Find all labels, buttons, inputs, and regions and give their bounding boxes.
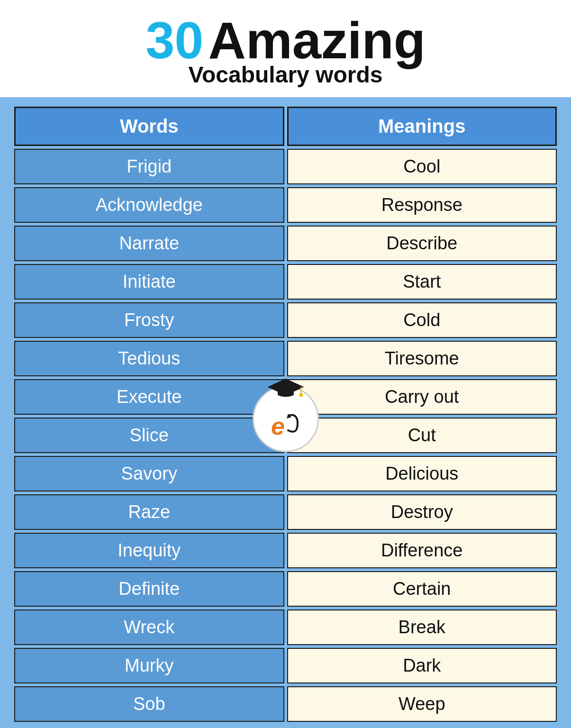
- word-cell: Slice: [14, 418, 284, 453]
- meaning-cell: Cold: [287, 302, 557, 338]
- word-cell: Initiate: [14, 264, 284, 300]
- meaning-cell: Cool: [287, 149, 557, 184]
- words-header: Words: [14, 107, 284, 146]
- word-cell: Acknowledge: [14, 187, 284, 223]
- logo-inner: e: [254, 387, 317, 451]
- amazing-label: Amazing: [208, 14, 425, 66]
- meaning-cell: Delicious: [287, 456, 557, 491]
- word-cell: Tedious: [14, 341, 284, 376]
- word-cell: Savory: [14, 456, 284, 491]
- word-cell: Wreck: [14, 610, 284, 645]
- graduation-cap-icon: [267, 377, 305, 402]
- meaning-cell: Describe: [287, 226, 557, 261]
- word-cell: Raze: [14, 494, 284, 530]
- number-30: 30: [145, 14, 203, 66]
- word-cell: Narrate: [14, 226, 284, 261]
- word-cell: Sob: [14, 686, 284, 722]
- page-header: 30 Amazing Vocabulary words: [0, 0, 571, 97]
- word-cell: Inequity: [14, 533, 284, 568]
- word-cell: Execute: [14, 379, 284, 415]
- svg-point-3: [299, 393, 303, 397]
- meaning-cell: Certain: [287, 571, 557, 607]
- logo-overlay: e: [253, 386, 319, 452]
- meaning-cell: Carry out: [287, 379, 557, 415]
- meaning-cell: Difference: [287, 533, 557, 568]
- word-cell: Frosty: [14, 302, 284, 338]
- word-cell: Definite: [14, 571, 284, 607]
- meaning-cell: Break: [287, 610, 557, 645]
- meaning-cell: Response: [287, 187, 557, 223]
- logo-letter: e: [271, 414, 285, 438]
- main-content: Words Meanings FrigidCoolAcknowledgeResp…: [0, 97, 571, 728]
- word-cell: Frigid: [14, 149, 284, 184]
- meaning-cell: Tiresome: [287, 341, 557, 376]
- logo-arrow-icon: [286, 411, 300, 435]
- meaning-cell: Dark: [287, 648, 557, 683]
- meanings-header: Meanings: [287, 107, 557, 146]
- word-cell: Murky: [14, 648, 284, 683]
- meaning-cell: Start: [287, 264, 557, 300]
- title-row: 30 Amazing: [145, 14, 426, 66]
- subtitle: Vocabulary words: [189, 62, 383, 88]
- meaning-cell: Destroy: [287, 494, 557, 530]
- vocabulary-table: Words Meanings FrigidCoolAcknowledgeResp…: [14, 107, 557, 722]
- meaning-cell: Cut: [287, 418, 557, 453]
- meaning-cell: Weep: [287, 686, 557, 722]
